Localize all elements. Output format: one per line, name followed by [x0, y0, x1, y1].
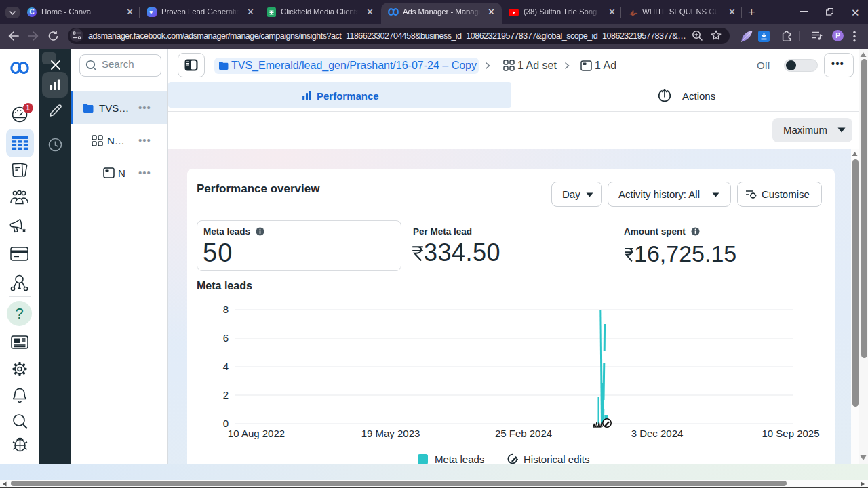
svg-text:19 May 2023: 19 May 2023 — [361, 428, 420, 439]
svg-text:6: 6 — [223, 332, 229, 344]
svg-text:25 Feb 2024: 25 Feb 2024 — [495, 428, 552, 439]
svg-text:2: 2 — [223, 389, 229, 401]
svg-text:10 Aug 2022: 10 Aug 2022 — [228, 428, 285, 439]
svg-text:8: 8 — [223, 304, 229, 315]
svg-text:4: 4 — [223, 361, 229, 372]
svg-text:3 Dec 2024: 3 Dec 2024 — [631, 428, 684, 439]
svg-text:10 Sep 2025: 10 Sep 2025 — [762, 428, 819, 439]
